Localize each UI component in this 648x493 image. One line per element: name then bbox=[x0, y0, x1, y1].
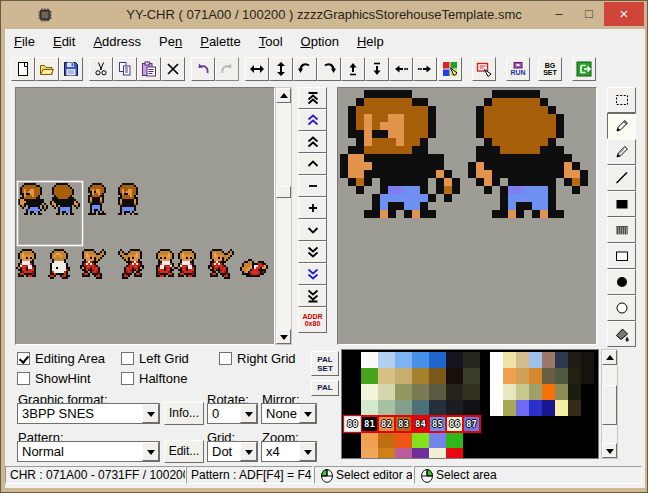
palette-color-cell[interactable] bbox=[429, 368, 446, 384]
palette-color-cell[interactable] bbox=[429, 384, 446, 400]
palette-color-cell[interactable] bbox=[568, 400, 581, 416]
menu-option[interactable]: Option bbox=[292, 31, 348, 53]
menu-pen[interactable]: Pen bbox=[150, 31, 191, 53]
menu-palette[interactable]: Palette bbox=[191, 31, 249, 53]
new-button[interactable] bbox=[11, 57, 35, 81]
palette-color-cell[interactable] bbox=[542, 384, 555, 400]
menu-help[interactable]: Help bbox=[348, 31, 393, 53]
menu-file[interactable]: File bbox=[5, 31, 44, 53]
addr-mode-button[interactable]: ADDR0x80 bbox=[298, 307, 327, 333]
palette-color-cell[interactable] bbox=[412, 384, 429, 400]
palette-color-cell[interactable] bbox=[378, 448, 395, 459]
right-grid-checkbox[interactable] bbox=[219, 352, 232, 365]
palette-color-cell[interactable] bbox=[555, 400, 568, 416]
palette-color-cell[interactable] bbox=[529, 384, 542, 400]
palette-color-cell[interactable] bbox=[344, 368, 361, 384]
shift-down-button[interactable] bbox=[365, 57, 389, 81]
chevron-down-icon[interactable] bbox=[299, 442, 316, 461]
palette-color-cell[interactable] bbox=[516, 352, 529, 368]
palette-color-cell[interactable] bbox=[516, 384, 529, 400]
palette-color-cell[interactable] bbox=[542, 400, 555, 416]
palette-color-cell[interactable] bbox=[446, 432, 463, 448]
palette-color-cell[interactable] bbox=[568, 384, 581, 400]
maximize-button[interactable]: □ bbox=[574, 2, 604, 26]
halftone-checkbox[interactable] bbox=[121, 372, 134, 385]
row-down-button[interactable] bbox=[298, 219, 327, 241]
page-up-button[interactable] bbox=[298, 131, 327, 153]
palette-color-cell[interactable] bbox=[412, 448, 429, 459]
scroll-up-button[interactable] bbox=[602, 350, 617, 365]
menu-tool[interactable]: Tool bbox=[250, 31, 292, 53]
exit-button[interactable] bbox=[572, 57, 596, 81]
mirror-select[interactable]: None bbox=[261, 403, 317, 424]
paste-button[interactable] bbox=[137, 57, 161, 81]
checkbox-item-showhint[interactable]: ShowHint bbox=[17, 371, 91, 386]
palette-color-cell[interactable] bbox=[503, 352, 516, 368]
graphic-format-select[interactable]: 3BPP SNES bbox=[17, 403, 160, 424]
palette-color-cell[interactable] bbox=[361, 352, 378, 368]
left-grid-checkbox[interactable] bbox=[121, 352, 134, 365]
menu-address[interactable]: Address bbox=[84, 31, 150, 53]
palette-color-cell[interactable] bbox=[429, 352, 446, 368]
palette-color-cell[interactable] bbox=[503, 384, 516, 400]
flip-vertical-button[interactable] bbox=[269, 57, 293, 81]
palette-color-cell[interactable] bbox=[446, 352, 463, 368]
pal-set-button[interactable]: PAL SET bbox=[311, 351, 339, 376]
palette-color-cell[interactable] bbox=[463, 448, 480, 459]
shift-left-button[interactable] bbox=[389, 57, 413, 81]
chevron-down-icon[interactable] bbox=[142, 442, 159, 461]
info-button[interactable]: Info... bbox=[164, 402, 204, 425]
run-button[interactable]: RUN bbox=[506, 57, 530, 81]
jump-first-button[interactable] bbox=[298, 87, 327, 109]
palette-color-cell[interactable] bbox=[344, 400, 361, 416]
palette-color-cell[interactable] bbox=[516, 400, 529, 416]
palette-color-cell[interactable] bbox=[395, 384, 412, 400]
palette-color-cell[interactable] bbox=[542, 352, 555, 368]
palette-color-cell[interactable] bbox=[503, 400, 516, 416]
tile-viewer-scrollbar[interactable] bbox=[275, 87, 292, 345]
rotate-right-button[interactable] bbox=[317, 57, 341, 81]
palette-color-cell[interactable] bbox=[463, 432, 480, 448]
page-up-fast-button[interactable] bbox=[298, 109, 327, 131]
dither-rect-tool[interactable] bbox=[607, 217, 636, 243]
palette-color-cell[interactable] bbox=[529, 400, 542, 416]
select-tool[interactable] bbox=[607, 87, 636, 113]
palette-color-cell[interactable] bbox=[446, 384, 463, 400]
undo-button[interactable] bbox=[191, 57, 215, 81]
delete-button[interactable] bbox=[161, 57, 185, 81]
palette-color-cell[interactable] bbox=[446, 400, 463, 416]
palette-color-cell[interactable] bbox=[581, 384, 594, 400]
palette-color-cell[interactable] bbox=[429, 400, 446, 416]
cut-button[interactable] bbox=[89, 57, 113, 81]
redo-button[interactable] bbox=[215, 57, 239, 81]
palette-color-cell[interactable] bbox=[429, 448, 446, 459]
plus-button[interactable] bbox=[298, 197, 327, 219]
rotate-select[interactable]: 0 bbox=[207, 403, 258, 424]
filled-circle-tool[interactable] bbox=[607, 269, 636, 295]
rotate-left-button[interactable] bbox=[293, 57, 317, 81]
palette-color-cell[interactable] bbox=[395, 368, 412, 384]
palette-color-cell[interactable] bbox=[412, 352, 429, 368]
palette-color-cell[interactable] bbox=[463, 400, 480, 416]
palette-color-cell[interactable] bbox=[529, 368, 542, 384]
palette-color-cell[interactable] bbox=[361, 432, 378, 448]
pattern-select[interactable]: Normal bbox=[17, 441, 160, 462]
palette-arrange-button[interactable] bbox=[438, 57, 462, 81]
palette-color-cell[interactable] bbox=[463, 352, 480, 368]
palette-panel[interactable]: 8081828384858687 bbox=[341, 349, 599, 459]
palette-color-cell[interactable] bbox=[446, 368, 463, 384]
checkbox-item-left-grid[interactable]: Left Grid bbox=[121, 351, 189, 366]
palette-color-cell[interactable] bbox=[581, 400, 594, 416]
chevron-down-icon[interactable] bbox=[142, 404, 159, 423]
palette-color-cell[interactable] bbox=[395, 432, 412, 448]
editor-canvas[interactable] bbox=[338, 88, 596, 344]
fill-tool[interactable] bbox=[607, 321, 636, 347]
checkbox-item-right-grid[interactable]: Right Grid bbox=[219, 351, 296, 366]
palette-color-cell[interactable] bbox=[395, 448, 412, 459]
bg-set-button[interactable]: BGSET bbox=[538, 57, 562, 81]
page-down-fast-button[interactable] bbox=[298, 263, 327, 285]
palette-color-cell[interactable] bbox=[344, 352, 361, 368]
palette-color-cell[interactable] bbox=[490, 400, 503, 416]
palette-color-cell[interactable] bbox=[490, 384, 503, 400]
palette-color-cell[interactable] bbox=[463, 384, 480, 400]
